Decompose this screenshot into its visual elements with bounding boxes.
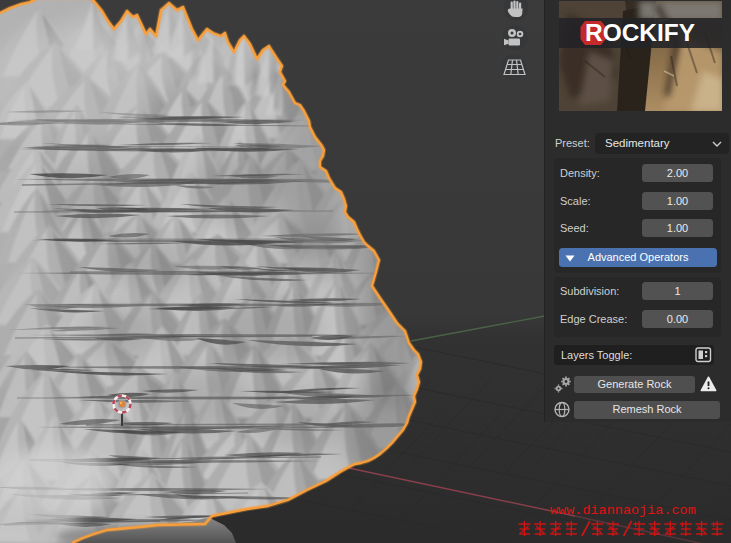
svg-text:ROCKIFY: ROCKIFY [585,20,695,46]
